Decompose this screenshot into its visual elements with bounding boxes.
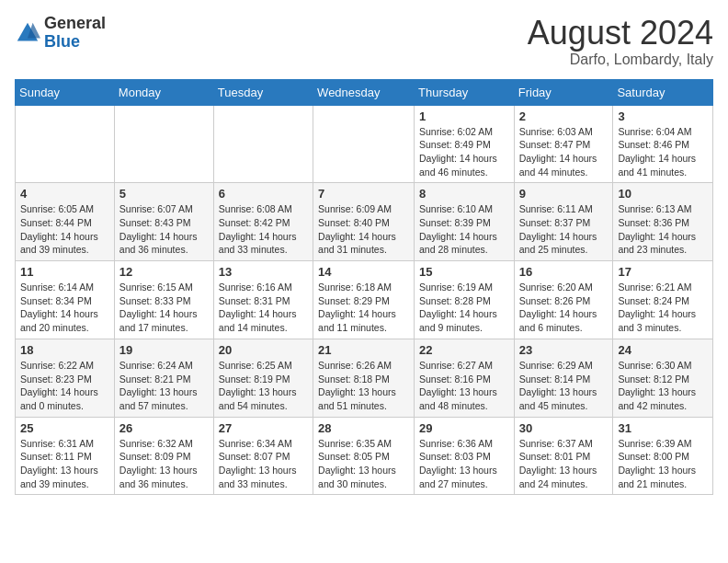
day-number: 2: [519, 109, 609, 123]
calendar-cell: 10Sunrise: 6:13 AM Sunset: 8:36 PM Dayli…: [613, 183, 713, 261]
day-info: Sunrise: 6:26 AM Sunset: 8:18 PM Dayligh…: [318, 359, 409, 413]
day-info: Sunrise: 6:05 AM Sunset: 8:44 PM Dayligh…: [20, 202, 109, 257]
day-number: 20: [219, 343, 308, 357]
calendar-cell: 25Sunrise: 6:31 AM Sunset: 8:11 PM Dayli…: [16, 417, 115, 495]
calendar-cell: 31Sunrise: 6:39 AM Sunset: 8:00 PM Dayli…: [613, 417, 713, 495]
day-number: 16: [519, 265, 609, 279]
calendar-cell: 3Sunrise: 6:04 AM Sunset: 8:46 PM Daylig…: [613, 105, 713, 183]
day-info: Sunrise: 6:02 AM Sunset: 8:49 PM Dayligh…: [419, 125, 509, 179]
column-header-saturday: Saturday: [613, 79, 713, 105]
calendar-cell: 11Sunrise: 6:14 AM Sunset: 8:34 PM Dayli…: [16, 261, 115, 339]
day-info: Sunrise: 6:31 AM Sunset: 8:11 PM Dayligh…: [20, 437, 109, 491]
day-info: Sunrise: 6:20 AM Sunset: 8:26 PM Dayligh…: [519, 281, 609, 335]
calendar-cell: [213, 105, 313, 183]
day-number: 19: [119, 343, 209, 357]
day-info: Sunrise: 6:19 AM Sunset: 8:28 PM Dayligh…: [419, 281, 509, 335]
day-number: 29: [419, 421, 509, 435]
logo-icon: [15, 20, 40, 46]
calendar-week-row: 11Sunrise: 6:14 AM Sunset: 8:34 PM Dayli…: [16, 261, 713, 339]
column-header-monday: Monday: [114, 79, 213, 105]
logo-general-text: General: [44, 14, 106, 32]
day-number: 21: [318, 343, 409, 357]
calendar-cell: 18Sunrise: 6:22 AM Sunset: 8:23 PM Dayli…: [16, 339, 115, 417]
calendar-cell: [114, 105, 213, 183]
calendar-cell: 8Sunrise: 6:10 AM Sunset: 8:39 PM Daylig…: [415, 183, 515, 261]
day-number: 6: [219, 187, 308, 201]
day-info: Sunrise: 6:21 AM Sunset: 8:24 PM Dayligh…: [618, 281, 708, 335]
calendar-cell: 27Sunrise: 6:34 AM Sunset: 8:07 PM Dayli…: [213, 417, 313, 495]
day-info: Sunrise: 6:08 AM Sunset: 8:42 PM Dayligh…: [219, 202, 308, 257]
calendar-cell: 30Sunrise: 6:37 AM Sunset: 8:01 PM Dayli…: [514, 417, 613, 495]
day-number: 27: [219, 421, 308, 435]
day-info: Sunrise: 6:37 AM Sunset: 8:01 PM Dayligh…: [519, 437, 609, 491]
day-number: 1: [419, 109, 509, 123]
calendar-cell: 14Sunrise: 6:18 AM Sunset: 8:29 PM Dayli…: [313, 261, 415, 339]
day-number: 28: [318, 421, 409, 435]
title-block: August 2024 Darfo, Lombardy, Italy: [528, 15, 713, 68]
day-number: 9: [519, 187, 609, 201]
calendar-header-row: SundayMondayTuesdayWednesdayThursdayFrid…: [16, 79, 713, 105]
calendar-cell: 4Sunrise: 6:05 AM Sunset: 8:44 PM Daylig…: [16, 183, 115, 261]
page-header: General Blue August 2024 Darfo, Lombardy…: [15, 15, 713, 68]
day-number: 22: [419, 343, 509, 357]
logo: General Blue: [15, 15, 106, 52]
calendar-cell: 29Sunrise: 6:36 AM Sunset: 8:03 PM Dayli…: [415, 417, 515, 495]
calendar-cell: 15Sunrise: 6:19 AM Sunset: 8:28 PM Dayli…: [415, 261, 515, 339]
day-info: Sunrise: 6:22 AM Sunset: 8:23 PM Dayligh…: [20, 359, 109, 413]
day-number: 15: [419, 265, 509, 279]
calendar-cell: 12Sunrise: 6:15 AM Sunset: 8:33 PM Dayli…: [114, 261, 213, 339]
calendar-table: SundayMondayTuesdayWednesdayThursdayFrid…: [15, 79, 713, 496]
calendar-cell: 20Sunrise: 6:25 AM Sunset: 8:19 PM Dayli…: [213, 339, 313, 417]
column-header-friday: Friday: [514, 79, 613, 105]
calendar-cell: 24Sunrise: 6:30 AM Sunset: 8:12 PM Dayli…: [613, 339, 713, 417]
calendar-week-row: 18Sunrise: 6:22 AM Sunset: 8:23 PM Dayli…: [16, 339, 713, 417]
column-header-tuesday: Tuesday: [213, 79, 313, 105]
calendar-cell: 13Sunrise: 6:16 AM Sunset: 8:31 PM Dayli…: [213, 261, 313, 339]
day-number: 11: [20, 265, 109, 279]
day-info: Sunrise: 6:29 AM Sunset: 8:14 PM Dayligh…: [519, 359, 609, 413]
day-number: 25: [20, 421, 109, 435]
day-info: Sunrise: 6:34 AM Sunset: 8:07 PM Dayligh…: [219, 437, 308, 491]
calendar-cell: 7Sunrise: 6:09 AM Sunset: 8:40 PM Daylig…: [313, 183, 415, 261]
day-info: Sunrise: 6:03 AM Sunset: 8:47 PM Dayligh…: [519, 125, 609, 179]
day-info: Sunrise: 6:25 AM Sunset: 8:19 PM Dayligh…: [219, 359, 308, 413]
day-info: Sunrise: 6:13 AM Sunset: 8:36 PM Dayligh…: [618, 202, 708, 257]
day-info: Sunrise: 6:04 AM Sunset: 8:46 PM Dayligh…: [618, 125, 708, 179]
day-info: Sunrise: 6:16 AM Sunset: 8:31 PM Dayligh…: [219, 281, 308, 335]
day-info: Sunrise: 6:11 AM Sunset: 8:37 PM Dayligh…: [519, 202, 609, 257]
column-header-sunday: Sunday: [16, 79, 115, 105]
location-subtitle: Darfo, Lombardy, Italy: [528, 52, 713, 68]
calendar-cell: 22Sunrise: 6:27 AM Sunset: 8:16 PM Dayli…: [415, 339, 515, 417]
day-info: Sunrise: 6:10 AM Sunset: 8:39 PM Dayligh…: [419, 202, 509, 257]
column-header-wednesday: Wednesday: [313, 79, 415, 105]
day-number: 26: [119, 421, 209, 435]
day-number: 14: [318, 265, 409, 279]
calendar-week-row: 4Sunrise: 6:05 AM Sunset: 8:44 PM Daylig…: [16, 183, 713, 261]
day-number: 8: [419, 187, 509, 201]
calendar-cell: 1Sunrise: 6:02 AM Sunset: 8:49 PM Daylig…: [415, 105, 515, 183]
day-info: Sunrise: 6:39 AM Sunset: 8:00 PM Dayligh…: [618, 437, 708, 491]
day-number: 31: [618, 421, 708, 435]
calendar-week-row: 1Sunrise: 6:02 AM Sunset: 8:49 PM Daylig…: [16, 105, 713, 183]
day-info: Sunrise: 6:30 AM Sunset: 8:12 PM Dayligh…: [618, 359, 708, 413]
calendar-cell: 2Sunrise: 6:03 AM Sunset: 8:47 PM Daylig…: [514, 105, 613, 183]
day-number: 5: [119, 187, 209, 201]
day-number: 30: [519, 421, 609, 435]
day-number: 13: [219, 265, 308, 279]
day-number: 4: [20, 187, 109, 201]
day-info: Sunrise: 6:07 AM Sunset: 8:43 PM Dayligh…: [119, 202, 209, 257]
calendar-cell: 26Sunrise: 6:32 AM Sunset: 8:09 PM Dayli…: [114, 417, 213, 495]
month-year-title: August 2024: [528, 15, 713, 52]
calendar-cell: 6Sunrise: 6:08 AM Sunset: 8:42 PM Daylig…: [213, 183, 313, 261]
day-number: 7: [318, 187, 409, 201]
column-header-thursday: Thursday: [415, 79, 515, 105]
day-number: 17: [618, 265, 708, 279]
day-number: 24: [618, 343, 708, 357]
calendar-cell: 5Sunrise: 6:07 AM Sunset: 8:43 PM Daylig…: [114, 183, 213, 261]
calendar-week-row: 25Sunrise: 6:31 AM Sunset: 8:11 PM Dayli…: [16, 417, 713, 495]
day-number: 12: [119, 265, 209, 279]
day-info: Sunrise: 6:24 AM Sunset: 8:21 PM Dayligh…: [119, 359, 209, 413]
day-info: Sunrise: 6:35 AM Sunset: 8:05 PM Dayligh…: [318, 437, 409, 491]
calendar-cell: 16Sunrise: 6:20 AM Sunset: 8:26 PM Dayli…: [514, 261, 613, 339]
day-info: Sunrise: 6:36 AM Sunset: 8:03 PM Dayligh…: [419, 437, 509, 491]
